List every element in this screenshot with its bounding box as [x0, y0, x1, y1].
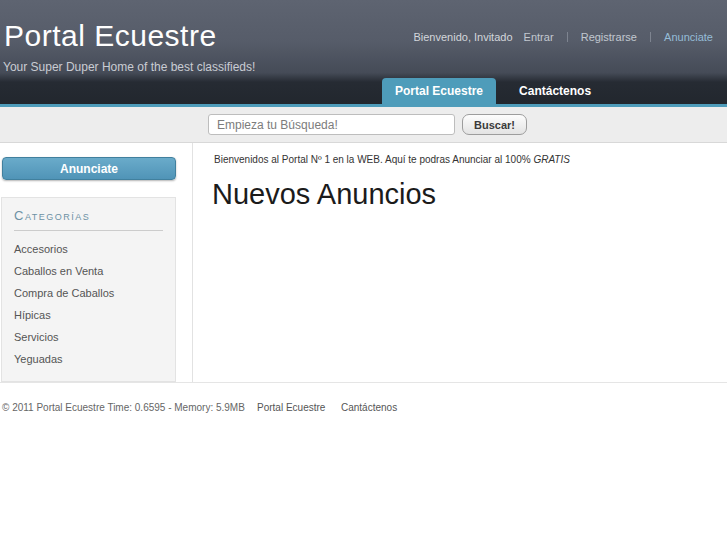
welcome-message-text: Bienvenidos al Portal Nº 1 en la WEB. Aq… — [214, 154, 533, 165]
list-item: Hípicas — [14, 303, 163, 325]
category-link-hipicas[interactable]: Hípicas — [14, 309, 51, 321]
site-tagline: Your Super Duper Home of the best classi… — [3, 60, 255, 74]
header: Portal Ecuestre Your Super Duper Home of… — [0, 0, 727, 107]
search-input[interactable] — [208, 114, 455, 135]
list-item: Compra de Caballos — [14, 281, 163, 303]
category-link-yeguadas[interactable]: Yeguadas — [14, 353, 63, 365]
welcome-text: Bienvenido, Invitado — [413, 31, 512, 43]
categories-title: Categorías — [14, 204, 163, 231]
search-button[interactable]: Buscar! — [462, 114, 527, 135]
welcome-message-emphasis: GRATIS — [533, 154, 569, 165]
list-item: Yeguadas — [14, 347, 163, 369]
announce-link[interactable]: Anunciate — [664, 31, 713, 43]
main-nav: Portal Ecuestre Cantáctenos — [382, 78, 604, 104]
tab-portal-ecuestre[interactable]: Portal Ecuestre — [382, 78, 496, 104]
announce-button[interactable]: Anunciate — [2, 157, 176, 180]
list-item: Caballos en Venta — [14, 259, 163, 281]
list-item: Accesorios — [14, 237, 163, 259]
main-content: Bienvenidos al Portal Nº 1 en la WEB. Aq… — [193, 143, 727, 382]
link-separator — [567, 32, 568, 42]
login-link[interactable]: Entrar — [524, 31, 554, 43]
category-link-servicios[interactable]: Servicios — [14, 331, 59, 343]
category-link-compra-de-caballos[interactable]: Compra de Caballos — [14, 287, 114, 299]
list-item: Servicios — [14, 325, 163, 347]
category-link-accesorios[interactable]: Accesorios — [14, 243, 68, 255]
copyright-text: © 2011 Portal Ecuestre Time: 0.6595 - Me… — [2, 402, 245, 413]
page: Portal Ecuestre Your Super Duper Home of… — [0, 0, 727, 545]
content: Anunciate Categorías Accesorios Caballos… — [0, 143, 727, 383]
sidebar: Anunciate Categorías Accesorios Caballos… — [0, 143, 193, 382]
link-separator — [650, 32, 651, 42]
welcome-message: Bienvenidos al Portal Nº 1 en la WEB. Aq… — [214, 154, 727, 165]
tab-contact[interactable]: Cantáctenos — [506, 78, 604, 104]
footer-link-contact[interactable]: Cantáctenos — [341, 402, 397, 413]
footer-link-portal[interactable]: Portal Ecuestre — [257, 402, 325, 413]
category-link-caballos-en-venta[interactable]: Caballos en Venta — [14, 265, 103, 277]
search-bar: Buscar! — [0, 107, 727, 143]
register-link[interactable]: Registrarse — [581, 31, 637, 43]
page-title: Nuevos Anuncios — [212, 178, 727, 211]
categories-box: Categorías Accesorios Caballos en Venta … — [1, 197, 176, 382]
footer: © 2011 Portal Ecuestre Time: 0.6595 - Me… — [0, 383, 727, 545]
header-user-links: Bienvenido, Invitado Entrar Registrarse … — [413, 31, 713, 43]
categories-list: Accesorios Caballos en Venta Compra de C… — [14, 237, 163, 369]
site-title: Portal Ecuestre — [4, 19, 217, 53]
